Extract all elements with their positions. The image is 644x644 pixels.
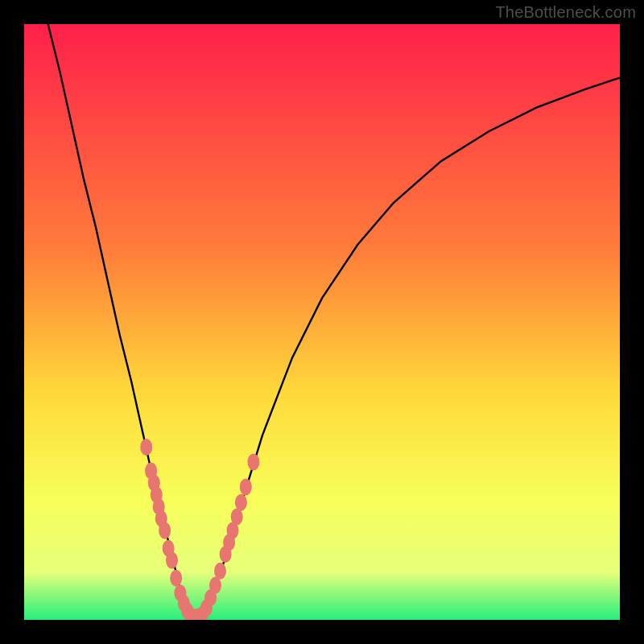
data-dot (159, 522, 171, 539)
data-dot (140, 439, 152, 456)
data-dot (240, 479, 252, 496)
data-dot (166, 552, 178, 569)
data-dot (235, 494, 247, 511)
data-dot (209, 577, 221, 594)
data-dot (170, 570, 182, 587)
plot-area (24, 24, 620, 620)
bottleneck-chart (24, 24, 620, 620)
data-dot (214, 563, 226, 580)
data-dot (247, 453, 259, 470)
gradient-background (24, 24, 620, 620)
outer-frame: TheBottleneck.com (0, 0, 644, 644)
watermark-text: TheBottleneck.com (495, 3, 636, 22)
